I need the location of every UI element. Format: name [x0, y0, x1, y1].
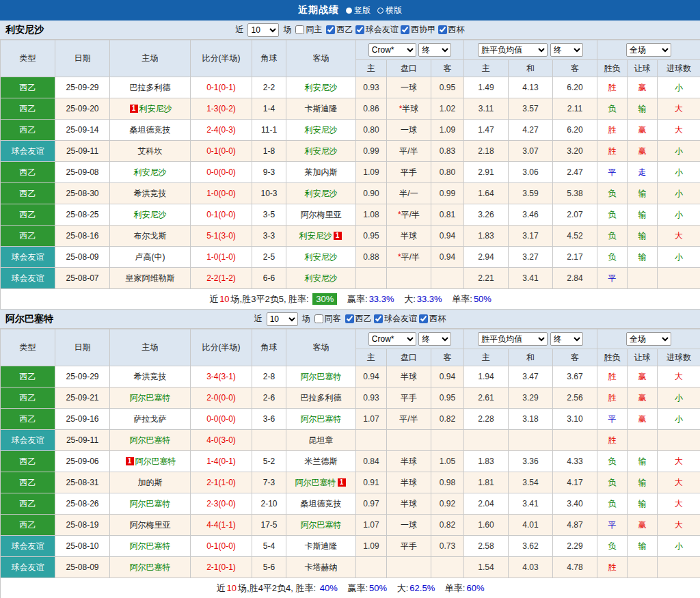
home-team-name[interactable]: 利安尼沙 — [139, 104, 172, 113]
away-team[interactable]: 利安尼沙 — [286, 268, 356, 289]
league-filter[interactable]: 球会友谊 — [355, 24, 399, 36]
same-venue-checkbox[interactable] — [314, 314, 323, 323]
home-team[interactable]: 卢高(中) — [110, 247, 191, 268]
away-team[interactable]: 阿尔巴塞特 — [286, 409, 356, 430]
home-team-name[interactable]: 阿尔巴塞特 — [130, 499, 171, 508]
home-team[interactable]: 加的斯 — [110, 472, 191, 493]
away-team[interactable]: 利安尼沙 — [286, 77, 356, 98]
away-team-name[interactable]: 利安尼沙 — [305, 189, 338, 198]
europe-time-select[interactable]: 终 — [550, 43, 583, 57]
home-team-name[interactable]: 布尔戈斯 — [134, 231, 167, 241]
league-checkbox[interactable] — [401, 25, 409, 34]
away-team[interactable]: 阿尔梅里亚 — [286, 204, 356, 226]
away-team[interactable]: 阿尔巴塞特1 — [286, 472, 356, 493]
home-team-name[interactable]: 巴拉多利德 — [130, 83, 171, 92]
league-checkbox[interactable] — [374, 314, 383, 323]
bookmaker-select[interactable]: Crow* — [368, 43, 416, 57]
home-team[interactable]: 巴拉多利德 — [110, 77, 191, 98]
away-team[interactable]: 利安尼沙 — [286, 183, 356, 204]
home-team-name[interactable]: 利安尼沙 — [134, 167, 167, 177]
home-team-name[interactable]: 阿尔巴塞特 — [130, 435, 171, 445]
away-team-name[interactable]: 卡斯迪隆 — [305, 541, 338, 551]
home-team[interactable]: 阿尔巴塞特 — [110, 493, 191, 515]
away-team[interactable]: 莱加内斯 — [286, 162, 356, 183]
layout-horizontal-option[interactable]: 横版 — [377, 5, 402, 16]
away-team-name[interactable]: 桑坦德竞技 — [301, 499, 342, 508]
europe-time-select[interactable]: 终 — [550, 332, 583, 346]
home-team[interactable]: 1利安尼沙 — [110, 98, 191, 120]
league-filter[interactable]: 西杯 — [419, 313, 446, 325]
away-team[interactable]: 利安尼沙1 — [286, 226, 356, 247]
home-team[interactable]: 阿尔巴塞特 — [110, 557, 191, 578]
europe-odds-select[interactable]: 胜平负均值 — [478, 43, 548, 57]
away-team[interactable]: 利安尼沙 — [286, 120, 356, 141]
away-team[interactable]: 米兰德斯 — [286, 451, 356, 472]
away-team[interactable]: 桑坦德竞技 — [286, 493, 356, 515]
home-team[interactable]: 利安尼沙 — [110, 162, 191, 183]
away-team-name[interactable]: 卡塔赫纳 — [305, 562, 338, 572]
away-team-name[interactable]: 利安尼沙 — [299, 231, 332, 241]
away-team[interactable]: 阿尔巴塞特 — [286, 366, 356, 388]
home-team-name[interactable]: 利安尼沙 — [134, 210, 167, 219]
home-team-name[interactable]: 阿尔巴塞特 — [130, 393, 171, 403]
home-team-name[interactable]: 萨拉戈萨 — [134, 414, 167, 424]
layout-vertical-option[interactable]: 竖版 — [346, 5, 371, 16]
away-team[interactable]: 卡斯迪隆 — [286, 536, 356, 557]
home-team-name[interactable]: 阿尔梅里亚 — [130, 520, 171, 530]
away-team-name[interactable]: 巴拉多利德 — [301, 393, 342, 403]
away-team-name[interactable]: 阿尔巴塞特 — [295, 478, 336, 487]
home-team-name[interactable]: 艾科坎 — [138, 146, 163, 156]
home-team-name[interactable]: 阿尔巴塞特 — [130, 541, 171, 551]
away-team[interactable]: 利安尼沙 — [286, 141, 356, 162]
home-team[interactable]: 皇家阿维勒斯 — [110, 268, 191, 289]
away-team-name[interactable]: 米兰德斯 — [305, 457, 338, 466]
home-team[interactable]: 阿尔巴塞特 — [110, 536, 191, 557]
away-team-name[interactable]: 阿尔巴塞特 — [301, 372, 342, 381]
home-team[interactable]: 阿尔巴塞特 — [110, 430, 191, 451]
league-checkbox[interactable] — [438, 25, 447, 34]
same-venue-filter[interactable]: 同主 — [295, 24, 322, 36]
away-team-name[interactable]: 莱加内斯 — [305, 167, 338, 177]
away-team[interactable]: 昆坦章 — [286, 430, 356, 451]
league-filter[interactable]: 西协甲 — [401, 24, 435, 36]
away-team-name[interactable]: 利安尼沙 — [305, 146, 338, 156]
away-team[interactable]: 巴拉多利德 — [286, 388, 356, 409]
league-filter[interactable]: 西乙 — [326, 24, 353, 36]
home-team-name[interactable]: 桑坦德竞技 — [130, 125, 171, 135]
home-team[interactable]: 阿尔巴塞特 — [110, 388, 191, 409]
away-team-name[interactable]: 卡斯迪隆 — [305, 104, 338, 113]
home-team[interactable]: 布尔戈斯 — [110, 226, 191, 247]
same-venue-filter[interactable]: 同客 — [314, 313, 341, 325]
away-team[interactable]: 阿尔巴塞特 — [286, 515, 356, 536]
away-team-name[interactable]: 利安尼沙 — [305, 252, 338, 262]
away-team-name[interactable]: 利安尼沙 — [305, 83, 338, 92]
home-team-name[interactable]: 加的斯 — [138, 478, 163, 487]
away-team-name[interactable]: 利安尼沙 — [305, 125, 338, 135]
away-team-name[interactable]: 阿尔梅里亚 — [301, 210, 342, 219]
bookmaker-select[interactable]: Crow* — [368, 332, 416, 346]
away-team-name[interactable]: 利安尼沙 — [305, 273, 338, 283]
away-team-name[interactable]: 昆坦章 — [309, 435, 334, 445]
home-team[interactable]: 桑坦德竞技 — [110, 120, 191, 141]
league-filter[interactable]: 球会友谊 — [374, 313, 417, 325]
home-team[interactable]: 艾科坎 — [110, 141, 191, 162]
away-team-name[interactable]: 阿尔巴塞特 — [301, 520, 342, 530]
home-team-name[interactable]: 阿尔巴塞特 — [130, 562, 171, 572]
home-team[interactable]: 1阿尔巴塞特 — [110, 451, 191, 472]
scope-select[interactable]: 全场 — [626, 332, 671, 346]
away-team[interactable]: 卡塔赫纳 — [286, 557, 356, 578]
same-venue-checkbox[interactable] — [295, 25, 304, 34]
asia-time-select[interactable]: 终 — [418, 332, 451, 346]
home-team[interactable]: 阿尔梅里亚 — [110, 515, 191, 536]
league-checkbox[interactable] — [345, 314, 354, 323]
home-team-name[interactable]: 希洪竞技 — [134, 189, 167, 198]
home-team[interactable]: 萨拉戈萨 — [110, 409, 191, 430]
home-team-name[interactable]: 阿尔巴塞特 — [135, 457, 176, 466]
scope-select[interactable]: 全场 — [626, 43, 671, 57]
away-team-name[interactable]: 阿尔巴塞特 — [301, 414, 342, 424]
league-checkbox[interactable] — [355, 25, 364, 34]
home-team-name[interactable]: 皇家阿维勒斯 — [126, 273, 175, 283]
match-count-select[interactable]: 10 — [247, 23, 279, 37]
league-filter[interactable]: 西乙 — [345, 313, 372, 325]
away-team[interactable]: 利安尼沙 — [286, 247, 356, 268]
